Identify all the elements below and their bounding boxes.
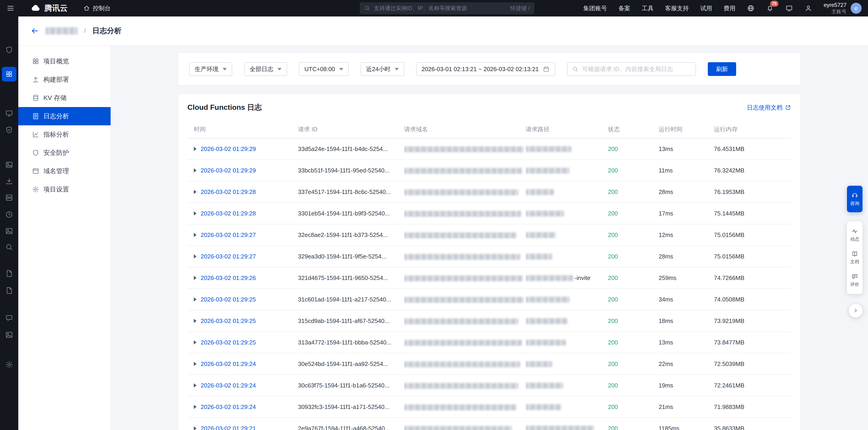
log-search-input[interactable] <box>582 66 691 73</box>
notification-bell-icon[interactable]: 75 <box>766 4 774 12</box>
sidebar-item-metrics[interactable]: 指标分析 <box>18 125 111 144</box>
expand-caret-icon[interactable] <box>194 276 196 280</box>
environment-select[interactable]: 生产环境 <box>189 62 232 76</box>
rail-download-icon[interactable] <box>5 177 13 185</box>
sidebar-item-settings[interactable]: 项目设置 <box>18 180 111 199</box>
sidebar-item-log-analysis[interactable]: 日志分析 <box>18 107 111 125</box>
rail-search-icon[interactable] <box>5 243 13 251</box>
row-time-link[interactable]: 2026-03-02 01:29:28 <box>201 210 256 217</box>
expand-caret-icon[interactable] <box>194 319 196 323</box>
topbar-menu-trial[interactable]: 试用 <box>700 4 712 12</box>
global-search-input[interactable]: 支持通过实例ID、IP、名称等搜索资源 快捷键 / <box>360 2 534 14</box>
toolbar-item-feedback[interactable]: 评价 <box>847 269 863 292</box>
expand-caret-icon[interactable] <box>194 297 196 302</box>
rail-image-icon[interactable] <box>5 161 13 169</box>
row-time-link[interactable]: 2026-03-02 01:29:24 <box>201 403 256 410</box>
rail-chat-icon[interactable] <box>5 314 13 322</box>
sidebar-item-build-deploy[interactable]: 构建部署 <box>18 70 111 89</box>
table-row[interactable]: 2026-03-02 01:29:27 329ea3d0-1594-11f1-9… <box>187 246 791 267</box>
table-row[interactable]: 2026-03-02 01:29:21 2e9a767f-1594-11f1-a… <box>187 418 791 430</box>
timezone-select[interactable]: UTC+08:00 <box>299 62 349 76</box>
topbar-menu-group-account[interactable]: 集团账号 <box>583 4 607 12</box>
row-memory: 75.1445MB <box>714 203 791 224</box>
row-status: 200 <box>608 246 659 267</box>
user-promotion-icon[interactable] <box>804 4 812 12</box>
expand-caret-icon[interactable] <box>194 405 196 409</box>
console-link[interactable]: 控制台 <box>83 4 111 12</box>
log-type-select[interactable]: 全部日志 <box>244 62 287 76</box>
rail-gallery-icon[interactable] <box>5 331 13 339</box>
toolbar-item-docs[interactable]: 文档 <box>847 246 863 269</box>
expand-caret-icon[interactable] <box>194 211 196 216</box>
table-row[interactable]: 2026-03-02 01:29:28 337e4517-1594-11f1-8… <box>187 181 791 203</box>
console-panel-icon[interactable] <box>785 4 793 12</box>
sidebar-item-security[interactable]: 安全防护 <box>18 144 111 162</box>
row-time-link[interactable]: 2026-03-02 01:29:25 <box>201 317 256 324</box>
table-row[interactable]: 2026-03-02 01:29:29 33d5a24e-1594-11f1-b… <box>187 138 791 160</box>
rail-shield-check-icon[interactable] <box>5 126 13 134</box>
rail-clock-icon[interactable] <box>5 210 13 219</box>
topbar-menu-billing[interactable]: 费用 <box>723 4 736 12</box>
expand-caret-icon[interactable] <box>194 383 196 388</box>
rail-media-icon[interactable] <box>5 227 13 235</box>
back-button[interactable] <box>30 26 39 35</box>
table-row[interactable]: 2026-03-02 01:29:25 313a4772-1594-11f1-b… <box>187 332 791 353</box>
row-status: 200 <box>608 138 659 160</box>
expand-caret-icon[interactable] <box>194 233 196 237</box>
active-product-tile[interactable] <box>2 67 17 81</box>
consult-widget[interactable]: 咨询 <box>847 186 863 212</box>
table-row[interactable]: 2026-03-02 01:29:25 315cd9ab-1594-11f1-a… <box>187 310 791 332</box>
refresh-button[interactable]: 刷新 <box>708 62 736 76</box>
rail-doc-alt-icon[interactable] <box>5 286 13 295</box>
table-row[interactable]: 2026-03-02 01:29:27 32ec8ae2-1594-11f1-b… <box>187 224 791 246</box>
topbar-menu-support[interactable]: 客服支持 <box>665 4 689 12</box>
row-time-link[interactable]: 2026-03-02 01:29:25 <box>201 296 256 303</box>
tencent-cloud-logo[interactable]: 腾讯云 <box>30 3 68 14</box>
table-row[interactable]: 2026-03-02 01:29:25 31c601ad-1594-11f1-a… <box>187 289 791 310</box>
sidebar-item-domains[interactable]: 域名管理 <box>18 162 111 180</box>
topbar-menu-tools[interactable]: 工具 <box>642 4 654 12</box>
sidebar-item-kv-storage[interactable]: KV 存储 <box>18 89 111 107</box>
sidebar-item-overview[interactable]: 项目概览 <box>18 52 111 70</box>
doc-link[interactable]: 日志使用文档 <box>747 104 791 112</box>
rail-doc-icon[interactable] <box>5 269 13 278</box>
row-time-link[interactable]: 2026-03-02 01:29:27 <box>201 253 256 260</box>
row-time-link[interactable]: 2026-03-02 01:29:26 <box>201 275 256 281</box>
expand-caret-icon[interactable] <box>194 254 196 258</box>
table-row[interactable]: 2026-03-02 01:29:29 33bcb51f-1594-11f1-9… <box>187 160 791 181</box>
expand-caret-icon[interactable] <box>194 168 196 172</box>
rail-gear-icon[interactable] <box>5 361 13 369</box>
rail-server-icon[interactable] <box>5 194 13 202</box>
sidebar-item-label: 构建部署 <box>43 75 69 84</box>
product-shield-icon[interactable] <box>5 46 13 54</box>
expand-caret-icon[interactable] <box>194 362 196 366</box>
globe-icon[interactable] <box>747 4 755 12</box>
table-row[interactable]: 2026-03-02 01:29:24 30c63f75-1594-11f1-b… <box>187 375 791 396</box>
collapse-toolbar-button[interactable] <box>849 304 863 317</box>
table-row[interactable]: 2026-03-02 01:29:24 30e524bd-1594-11f1-a… <box>187 353 791 375</box>
row-time-link[interactable]: 2026-03-02 01:29:24 <box>201 382 256 389</box>
row-time-link[interactable]: 2026-03-02 01:29:25 <box>201 339 256 346</box>
quick-range-select[interactable]: 近24小时 <box>361 62 404 76</box>
row-time-link[interactable]: 2026-03-02 01:29:24 <box>201 361 256 367</box>
row-time-link[interactable]: 2026-03-02 01:29:28 <box>201 189 256 195</box>
row-time-link[interactable]: 2026-03-02 01:29:29 <box>201 167 256 174</box>
expand-caret-icon[interactable] <box>194 147 196 151</box>
topbar-menu-icp[interactable]: 备案 <box>618 4 630 12</box>
date-range-picker[interactable]: 2026-03-01 02:13:21 ~ 2026-03-02 02:13:2… <box>416 62 555 76</box>
rail-monitor-icon[interactable] <box>5 109 13 118</box>
expand-caret-icon[interactable] <box>194 190 196 194</box>
row-time-link[interactable]: 2026-03-02 01:29:27 <box>201 231 256 238</box>
expand-caret-icon[interactable] <box>194 340 196 344</box>
row-time-link[interactable]: 2026-03-02 01:29:21 <box>201 425 256 430</box>
project-name-redacted[interactable] <box>46 27 78 34</box>
row-time-link[interactable]: 2026-03-02 01:29:29 <box>201 145 256 152</box>
toolbar-item-activity[interactable]: 动态 <box>847 224 863 246</box>
account-info[interactable]: eyre5727 主账号 <box>824 2 846 15</box>
table-row[interactable]: 2026-03-02 01:29:24 30932fc3-1594-11f1-a… <box>187 396 791 418</box>
table-row[interactable]: 2026-03-02 01:29:28 3301eb54-1594-11f1-b… <box>187 203 791 224</box>
hamburger-menu-icon[interactable] <box>6 4 14 12</box>
table-row[interactable]: 2026-03-02 01:29:26 321d4675-1594-11f1-9… <box>187 267 791 289</box>
expand-caret-icon[interactable] <box>194 426 196 430</box>
avatar[interactable]: e <box>850 3 862 14</box>
